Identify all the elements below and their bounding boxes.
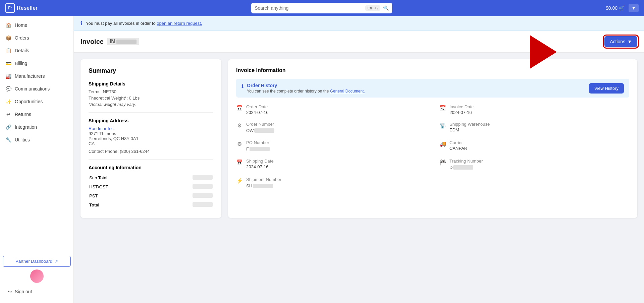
partner-dashboard-label: Partner Dashboard — [15, 259, 52, 264]
order-date-label: Order Date — [246, 104, 269, 109]
account-dropdown-button[interactable]: ▼ — [629, 4, 639, 12]
sidebar-item-returns[interactable]: ↩Returns — [0, 108, 73, 121]
sidebar-item-opportunities[interactable]: ✨Opportunities — [0, 95, 73, 108]
total-value — [193, 202, 213, 207]
sidebar-label-orders: Orders — [15, 35, 29, 41]
invoice-info-grid: 📅Order Date2024-07-16📅Invoice Date2024-0… — [236, 104, 629, 189]
sidebar-item-communications[interactable]: 💬Communications — [0, 82, 73, 95]
opportunities-icon: ✨ — [5, 99, 11, 105]
manufacturers-icon: 🏭 — [5, 73, 11, 79]
summary-title: Summary — [89, 67, 213, 74]
invoice-header: Invoice IN Actions ▼ — [74, 31, 644, 53]
general-document-link[interactable]: General Document. — [330, 89, 365, 94]
invoice-id-value — [116, 40, 137, 44]
view-history-button[interactable]: View History — [589, 83, 624, 94]
sidebar-item-integration[interactable]: 🔗Integration — [0, 121, 73, 133]
billing-icon: 💳 — [5, 60, 11, 66]
sign-out-button[interactable]: ↪ Sign out — [3, 286, 71, 298]
shipping-date-text: Shipping Date2024-07-16 — [246, 159, 274, 169]
po-number-icon: ⚙ — [236, 141, 243, 147]
sign-out-label: Sign out — [15, 289, 32, 294]
sidebar-label-returns: Returns — [15, 112, 31, 117]
sidebar-bottom: Partner Dashboard ↗ ↪ Sign out — [0, 253, 73, 300]
notice-link[interactable]: open an return request. — [157, 21, 202, 26]
sidebar-label-details: Details — [15, 48, 29, 53]
subtotal-value — [193, 175, 213, 180]
sidebar-item-billing[interactable]: 💳Billing — [0, 57, 73, 70]
notice-text: You must pay all invoices in order to op… — [86, 21, 202, 26]
shipping-date-icon: 📅 — [236, 159, 243, 166]
pst-value — [193, 193, 213, 198]
partner-dashboard-button[interactable]: Partner Dashboard ↗ — [3, 256, 71, 267]
search-shortcut: Ctrl + / — [365, 5, 380, 11]
pst-label: PST — [89, 192, 149, 200]
sign-out-icon: ↪ — [8, 289, 12, 294]
sidebar-item-details[interactable]: 📋Details — [0, 44, 73, 57]
po-number-value: F — [246, 146, 270, 152]
order-history-text: Order History You can see the complete o… — [247, 83, 365, 94]
order-history-icon: ℹ — [241, 83, 244, 89]
search-input[interactable] — [255, 5, 363, 11]
cart-icon: 🛒 — [619, 5, 625, 11]
shipping-warehouse-icon: 📡 — [439, 122, 446, 129]
logo-area: F: Reseller — [5, 3, 38, 13]
content-body: Summary Shipping Details Terms: NET30 Th… — [74, 53, 644, 225]
terms-line: Terms: NET30 — [89, 89, 213, 94]
subtotal-label: Sub Total — [89, 174, 149, 182]
order-number-icon: ⚙ — [236, 122, 243, 129]
total-row: Total — [89, 201, 213, 209]
hst-row: HST/GST — [89, 183, 213, 191]
main-content: ℹ You must pay all invoices in order to … — [74, 16, 644, 303]
integration-icon: 🔗 — [5, 124, 11, 130]
sidebar-item-utilities[interactable]: 🔧Utilities — [0, 133, 73, 146]
order-date-icon: 📅 — [236, 105, 243, 111]
cart-area[interactable]: $0.00 🛒 — [606, 5, 625, 11]
info-field-shipping-warehouse: 📡Shipping WarehouseEDM — [439, 122, 629, 133]
search-icon[interactable]: 🔍 — [383, 5, 389, 11]
weight-note: *Actual weight may vary. — [89, 102, 213, 107]
info-field-order-date: 📅Order Date2024-07-16 — [236, 104, 426, 115]
shipping-warehouse-text: Shipping WarehouseEDM — [449, 122, 490, 132]
accounting-title: Accounting Information — [89, 165, 213, 170]
order-history-title: Order History — [247, 83, 365, 88]
order-number-text: Order NumberOW — [246, 122, 274, 133]
shipping-date-label: Shipping Date — [246, 159, 274, 164]
external-link-icon: ↗ — [54, 259, 58, 264]
address2: Pierrefonds, QC H8Y 0A1 — [89, 136, 213, 141]
top-nav-right: $0.00 🛒 ▼ — [606, 4, 639, 12]
invoice-date-value: 2024-07-16 — [449, 110, 474, 115]
hst-value — [193, 184, 213, 189]
info-field-shipping-date: 📅Shipping Date2024-07-16 — [236, 159, 426, 170]
shipping-warehouse-label: Shipping Warehouse — [449, 122, 490, 127]
carrier-text: CarrierCANPAR — [449, 140, 467, 151]
carrier-value: CANPAR — [449, 146, 467, 151]
sidebar-item-manufacturers[interactable]: 🏭Manufacturers — [0, 70, 73, 82]
subtotal-row: Sub Total — [89, 174, 213, 182]
shipping-address-title: Shipping Address — [89, 118, 213, 123]
tracking-number-label: Tracking Number — [449, 159, 483, 164]
invoice-date-icon: 📅 — [439, 105, 446, 111]
app-name: Reseller — [17, 5, 38, 11]
invoice-info-card: Invoice Information ℹ Order History You … — [228, 59, 637, 218]
chevron-down-icon: ▼ — [627, 39, 632, 44]
cart-amount: $0.00 — [606, 5, 618, 11]
sidebar-item-home[interactable]: 🏠Home — [0, 19, 73, 32]
sidebar-label-billing: Billing — [15, 61, 27, 66]
sidebar-item-orders[interactable]: 📦Orders — [0, 32, 73, 44]
invoice-label: Invoice — [80, 38, 104, 46]
summary-card: Summary Shipping Details Terms: NET30 Th… — [80, 59, 221, 218]
carrier-icon: 🚚 — [439, 141, 446, 147]
sidebar-label-home: Home — [15, 22, 27, 28]
order-number-label: Order Number — [246, 122, 274, 127]
shipment-number-icon: ⚡ — [236, 178, 243, 184]
shipping-details-title: Shipping Details — [89, 81, 213, 86]
order-date-text: Order Date2024-07-16 — [246, 104, 269, 115]
communications-icon: 💬 — [5, 86, 11, 92]
notice-bar: ℹ You must pay all invoices in order to … — [74, 16, 644, 31]
actions-button[interactable]: Actions ▼ — [604, 36, 637, 47]
search-bar[interactable]: Ctrl + / 🔍 — [251, 3, 392, 13]
top-navigation: F: Reseller Ctrl + / 🔍 $0.00 🛒 ▼ — [0, 0, 644, 16]
tracking-number-icon: 🏁 — [439, 159, 446, 166]
divider-2 — [89, 159, 213, 160]
returns-icon: ↩ — [5, 111, 11, 117]
